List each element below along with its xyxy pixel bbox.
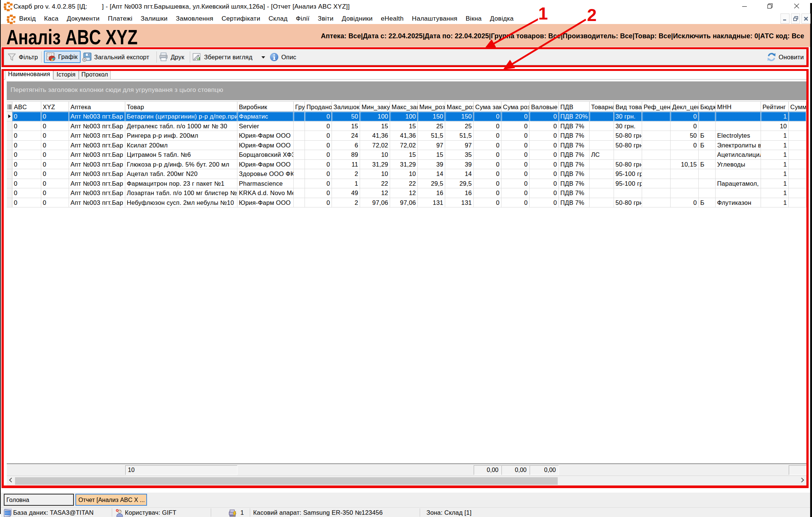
footer-summary-Сума роз: 0,00 xyxy=(501,465,530,475)
grid-tab-3[interactable]: Протокол xyxy=(79,70,111,80)
bottom-tab-home[interactable]: Головна xyxy=(4,494,74,506)
scrollbar-thumb[interactable] xyxy=(15,477,558,485)
toolbar-button-графік[interactable]: Графік xyxy=(44,51,81,63)
grid-column-header-Макс_закуп[interactable]: Макс_закуп xyxy=(390,101,418,112)
table-row-3[interactable]: 00Апт №003 пгт.БарРингера р-р инф. 200мл… xyxy=(7,131,806,141)
grid-column-header-Продано[interactable]: Продано xyxy=(305,101,332,112)
scroll-left-arrow-icon[interactable] xyxy=(9,478,14,482)
grid-header-indicator[interactable] xyxy=(7,101,12,112)
grid-column-header-МНН[interactable]: МНН xyxy=(716,101,761,112)
cell-Группа-row10 xyxy=(294,198,305,208)
cell-Макс_закуп-row8: 22 xyxy=(390,179,418,189)
cell-Мин_закуп-row1: 100 xyxy=(360,112,390,122)
cell-Аптека-row2: Апт №003 пгт.Бар xyxy=(69,122,125,131)
window-restore-button[interactable] xyxy=(767,3,773,9)
cell-Сума зак-row1: 0 xyxy=(474,112,501,122)
group-by-panel[interactable]: Перетягніть заголовок колонки сюди для у… xyxy=(7,81,806,100)
cell-Продано-row1: 0 xyxy=(305,112,332,122)
grid-column-header-Мин_закуп[interactable]: Мин_закуп xyxy=(360,101,390,112)
row-indicator-cell xyxy=(7,141,12,150)
cell-XYZ-row1: 0 xyxy=(41,112,69,122)
cell-Вид товара-row9 xyxy=(614,188,642,198)
mdi-minimize-button[interactable] xyxy=(780,14,789,24)
menu-item-9[interactable]: Філії xyxy=(292,13,314,24)
scroll-right-arrow-icon[interactable] xyxy=(799,478,804,482)
grid-column-header-XYZ[interactable]: XYZ xyxy=(41,101,69,112)
table-row-10[interactable]: 00Апт №003 пгт.БарНебуфлюзон сусп. 2мл н… xyxy=(7,198,806,208)
grid-column-header-Рейтинг[interactable]: Рейтинг xyxy=(761,101,789,112)
menu-item-1[interactable]: Вихід xyxy=(15,13,40,24)
horizontal-scrollbar[interactable] xyxy=(7,476,806,485)
status-separator xyxy=(250,508,250,517)
cell-МНН-row6: Углеводы xyxy=(716,160,761,170)
grid-column-header-ПДВ[interactable]: ПДВ xyxy=(559,101,590,112)
window-close-button[interactable] xyxy=(793,3,800,9)
table-row-7[interactable]: 00Апт №003 пгт.БарАцетал табл. 200мг N20… xyxy=(7,169,806,179)
cell-Сума роз-row8: 0 xyxy=(501,179,530,189)
save-view-dropdown-arrow[interactable] xyxy=(261,56,265,59)
status-zone: Зона: Склад [1] xyxy=(426,509,471,516)
grid-column-header-Виробник[interactable]: Виробник xyxy=(237,101,294,112)
cell-XYZ-row8: 0 xyxy=(41,179,69,189)
grid-column-header-Товар[interactable]: Товар xyxy=(125,101,237,112)
table-row-5[interactable]: 00Апт №003 пгт.БарЦитрамон 5 табл. №6Бор… xyxy=(7,150,806,160)
menu-item-15[interactable]: Довідка xyxy=(486,13,518,24)
table-row-8[interactable]: 00Апт №003 пгт.БарФармацитрон пор. 23 г … xyxy=(7,179,806,189)
toolbar-button-друк[interactable]: Друк xyxy=(159,50,184,64)
grid-column-header-Аптека[interactable]: Аптека xyxy=(69,101,125,112)
mdi-close-button[interactable] xyxy=(801,14,810,24)
table-row-2[interactable]: 00Апт №003 пгт.БарДетралекс табл. п/о 10… xyxy=(7,122,806,131)
grid-column-header-Сумма[interactable]: Сумма xyxy=(789,101,806,112)
grid-column-header-Вид товара[interactable]: Вид товара xyxy=(614,101,642,112)
grid-column-header-Мин_розн[interactable]: Мин_розн xyxy=(418,101,445,112)
toolbar-button-опис[interactable]: Опис xyxy=(270,50,296,64)
grid-column-header-Декл_цена[interactable]: Декл_цена xyxy=(671,101,699,112)
menu-item-12[interactable]: eHealth xyxy=(377,13,408,24)
bottom-tab-report[interactable]: Отчет [Анализ ABC X ... xyxy=(75,494,147,506)
cell-Декл_цена-row8 xyxy=(671,179,699,189)
table-row-6[interactable]: 00Апт №003 пгт.БарГлюкоза р-р д/инф. 5% … xyxy=(7,160,806,170)
cell-Рейтинг-row4: 1 xyxy=(761,141,789,150)
table-row-1[interactable]: 00Апт №003 пгт.БарБетаргин (цитраргинин)… xyxy=(7,112,806,122)
cell-Макс_розн-row8: 29,5 xyxy=(445,179,474,189)
grid-column-header-Бюджет[interactable]: Бюджет xyxy=(699,101,716,112)
table-row-4[interactable]: 00Апт №003 пгт.БарКсилат 200млЮрия-Фарм … xyxy=(7,141,806,150)
grid-column-header-Сума роз[interactable]: Сума роз xyxy=(501,101,530,112)
row-indicator-cell xyxy=(7,112,12,122)
grid-column-header-Группа[interactable]: Группа xyxy=(294,101,305,112)
grid-column-header-Макс_розн[interactable]: Макс_розн xyxy=(445,101,474,112)
menu-item-3[interactable]: Документи xyxy=(63,13,104,24)
grid-tab-2[interactable]: Історія xyxy=(53,70,79,80)
menu-item-13[interactable]: Налаштування xyxy=(408,13,461,24)
grid-column-header-ABC[interactable]: ABC xyxy=(12,101,41,112)
cell-Мин_розн-row9: 16 xyxy=(418,188,445,198)
menu-item-8[interactable]: Склад xyxy=(264,13,292,24)
menu-item-4[interactable]: Платежі xyxy=(104,13,137,24)
menu-item-5[interactable]: Залишки xyxy=(137,13,172,24)
grid-column-header-Реф_цена[interactable]: Реф_цена xyxy=(642,101,671,112)
grid-column-header-Сума зак[interactable]: Сума зак xyxy=(474,101,501,112)
menu-item-2[interactable]: Каса xyxy=(40,13,63,24)
cell-ПДВ-row5: ПДВ 7% xyxy=(559,150,590,160)
mdi-restore-button[interactable] xyxy=(791,14,800,24)
menu-item-10[interactable]: Звіти xyxy=(314,13,338,24)
toolbar-button-refresh[interactable]: Оновити xyxy=(767,50,804,64)
cell-Виробник-row2: Servier xyxy=(237,122,294,131)
menu-item-14[interactable]: Вікна xyxy=(461,13,486,24)
grid-tab-1[interactable]: Наименования xyxy=(5,69,53,80)
menu-item-7[interactable]: Сертифікати xyxy=(218,13,264,24)
grid-column-header-Залишок[interactable]: Залишок xyxy=(332,101,360,112)
grid-column-header-Валовые[interactable]: Валовые xyxy=(530,101,559,112)
status-database: База даних: TASA3@TITAN xyxy=(13,509,94,516)
cell-Товар-row1: Бетаргин (цитраргинин) р-р д/пер.прим xyxy=(125,112,237,122)
toolbar-button-фільтр[interactable]: Фільтр xyxy=(8,50,38,64)
toolbar-button-загальний-експорт[interactable]: Загальний експорт xyxy=(82,50,149,64)
grid-column-header-Товарна[interactable]: Товарна xyxy=(590,101,614,112)
cell-Рейтинг-row7: 1 xyxy=(761,169,789,179)
menu-item-6[interactable]: Замовлення xyxy=(172,13,218,24)
toolbar-button-зберегти-вигляд[interactable]: Зберегти вигляд xyxy=(192,50,252,64)
window-minimize-button[interactable] xyxy=(741,3,748,9)
cell-Сума роз-row3: 0 xyxy=(501,131,530,141)
table-row-9[interactable]: 00Апт №003 пгт.БарЛозартан табл. п/о 100… xyxy=(7,188,806,198)
menu-item-11[interactable]: Довідники xyxy=(338,13,377,24)
